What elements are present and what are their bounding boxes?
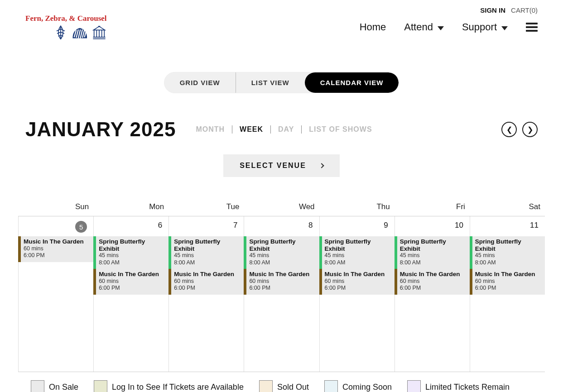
event-cell <box>18 269 93 295</box>
event-time: 6:00 PM <box>174 285 241 292</box>
day-name: Sun <box>18 200 93 216</box>
nav-support[interactable]: Support <box>462 21 508 33</box>
calendar-body-cell <box>168 295 244 372</box>
date-cell[interactable]: 5 <box>18 216 93 236</box>
hamburger-menu-icon[interactable] <box>526 21 538 33</box>
event-cell: Spring Butterfly Exhibit45 mins8:00 AM <box>93 236 168 269</box>
event-time: 6:00 PM <box>475 285 542 292</box>
legend-sold-out: Sold Out <box>259 380 309 392</box>
event-cell: Spring Butterfly Exhibit45 mins8:00 AM <box>244 236 319 269</box>
day-name: Tue <box>168 200 244 216</box>
event-time: 6:00 PM <box>24 252 91 259</box>
date-cell[interactable]: 9 <box>319 216 395 236</box>
carousel-icon <box>91 25 107 40</box>
nav-attend[interactable]: Attend <box>404 21 444 33</box>
calendar-grid: SunMonTueWedThuFriSat 567891011 Music In… <box>18 200 545 372</box>
calendar-body-cell <box>93 295 168 372</box>
event-cell: Music In The Garden60 mins6:00 PM <box>168 269 244 295</box>
date-cell[interactable]: 6 <box>93 216 168 236</box>
calendar-body-cell <box>18 295 93 372</box>
calendar-body-cell <box>395 295 470 372</box>
nav-support-label: Support <box>462 21 497 33</box>
event-cell: Music In The Garden60 mins6:00 PM <box>470 269 545 295</box>
event-time: 8:00 AM <box>475 259 542 267</box>
nav-home[interactable]: Home <box>360 21 386 33</box>
date-cell[interactable]: 11 <box>470 216 545 236</box>
date-cell[interactable]: 8 <box>244 216 319 236</box>
event-block[interactable]: Music In The Garden60 mins6:00 PM <box>168 269 244 295</box>
event-block[interactable]: Spring Butterfly Exhibit45 mins8:00 AM <box>395 236 470 269</box>
event-duration: 60 mins <box>24 245 91 253</box>
event-time: 6:00 PM <box>99 285 166 292</box>
event-block[interactable]: Spring Butterfly Exhibit45 mins8:00 AM <box>168 236 244 269</box>
event-time: 8:00 AM <box>400 259 467 267</box>
date-cell[interactable]: 7 <box>168 216 244 236</box>
chevron-right-icon: ❯ <box>527 125 533 134</box>
prev-week-button[interactable]: ❮ <box>501 122 517 137</box>
tab-grid-view[interactable]: GRID VIEW <box>164 72 236 93</box>
event-time: 6:00 PM <box>400 285 467 292</box>
brand-logo[interactable]: Fern, Zebra, & Carousel <box>25 14 107 40</box>
brand-icons <box>25 25 107 40</box>
legend-login: Log In to See If Tickets are Available <box>94 380 244 392</box>
event-title: Music In The Garden <box>174 271 241 278</box>
event-block[interactable]: Music In The Garden60 mins6:00 PM <box>244 269 319 295</box>
sign-in-link[interactable]: SIGN IN <box>480 6 505 14</box>
event-title: Music In The Garden <box>400 271 467 278</box>
event-block[interactable]: Music In The Garden60 mins6:00 PM <box>18 236 93 262</box>
event-block[interactable]: Spring Butterfly Exhibit45 mins8:00 AM <box>93 236 168 269</box>
event-time: 6:00 PM <box>249 285 316 292</box>
event-duration: 60 mins <box>99 278 166 285</box>
event-block[interactable]: Music In The Garden60 mins6:00 PM <box>470 269 545 295</box>
event-block[interactable]: Music In The Garden60 mins6:00 PM <box>395 269 470 295</box>
swatch-login <box>94 380 107 392</box>
tab-list-view[interactable]: LIST VIEW <box>236 72 305 93</box>
tab-calendar-view[interactable]: CALENDAR VIEW <box>305 72 399 93</box>
event-time: 8:00 AM <box>99 259 166 267</box>
range-week[interactable]: WEEK <box>233 125 269 134</box>
event-duration: 60 mins <box>475 278 542 285</box>
range-list-of-shows[interactable]: LIST OF SHOWS <box>303 125 378 134</box>
caret-down-icon <box>501 26 508 30</box>
event-time: 8:00 AM <box>249 259 316 267</box>
event-block[interactable]: Spring Butterfly Exhibit45 mins8:00 AM <box>470 236 545 269</box>
legend: On Sale Log In to See If Tickets are Ava… <box>0 372 563 392</box>
next-week-button[interactable]: ❯ <box>522 122 538 137</box>
event-cell: Spring Butterfly Exhibit45 mins8:00 AM <box>168 236 244 269</box>
swatch-on-sale <box>31 380 44 392</box>
event-title: Spring Butterfly Exhibit <box>325 238 392 252</box>
event-duration: 45 mins <box>99 252 166 259</box>
event-title: Spring Butterfly Exhibit <box>475 238 542 252</box>
calendar-body-cell <box>319 295 395 372</box>
zebra-icon <box>71 25 89 40</box>
caret-down-icon <box>438 26 444 30</box>
view-tabs: GRID VIEW LIST VIEW CALENDAR VIEW <box>164 72 399 93</box>
event-duration: 45 mins <box>475 252 542 259</box>
event-duration: 45 mins <box>400 252 467 259</box>
event-block[interactable]: Music In The Garden60 mins6:00 PM <box>93 269 168 295</box>
event-duration: 45 mins <box>249 252 316 259</box>
event-cell: Spring Butterfly Exhibit45 mins8:00 AM <box>319 236 395 269</box>
event-title: Spring Butterfly Exhibit <box>400 238 467 252</box>
chevron-right-icon <box>319 163 324 168</box>
cart-link[interactable]: CART(0) <box>511 6 538 14</box>
event-duration: 60 mins <box>174 278 241 285</box>
event-title: Spring Butterfly Exhibit <box>174 238 241 252</box>
event-block[interactable]: Music In The Garden60 mins6:00 PM <box>319 269 395 295</box>
date-cell[interactable]: 10 <box>395 216 470 236</box>
swatch-limited <box>407 380 421 392</box>
page-title: JANUARY 2025 <box>25 118 176 141</box>
day-name: Wed <box>244 200 319 216</box>
event-block[interactable]: Spring Butterfly Exhibit45 mins8:00 AM <box>244 236 319 269</box>
event-title: Spring Butterfly Exhibit <box>249 238 316 252</box>
range-day[interactable]: DAY <box>272 125 300 134</box>
select-venue-button[interactable]: SELECT VENUE <box>223 154 340 177</box>
nav-home-label: Home <box>360 21 386 33</box>
day-name: Sat <box>470 200 545 216</box>
event-cell: Spring Butterfly Exhibit45 mins8:00 AM <box>395 236 470 269</box>
event-block[interactable]: Spring Butterfly Exhibit45 mins8:00 AM <box>319 236 395 269</box>
swatch-sold-out <box>259 380 273 392</box>
event-title: Music In The Garden <box>475 271 542 278</box>
range-month[interactable]: MONTH <box>189 125 231 134</box>
day-name: Thu <box>319 200 395 216</box>
